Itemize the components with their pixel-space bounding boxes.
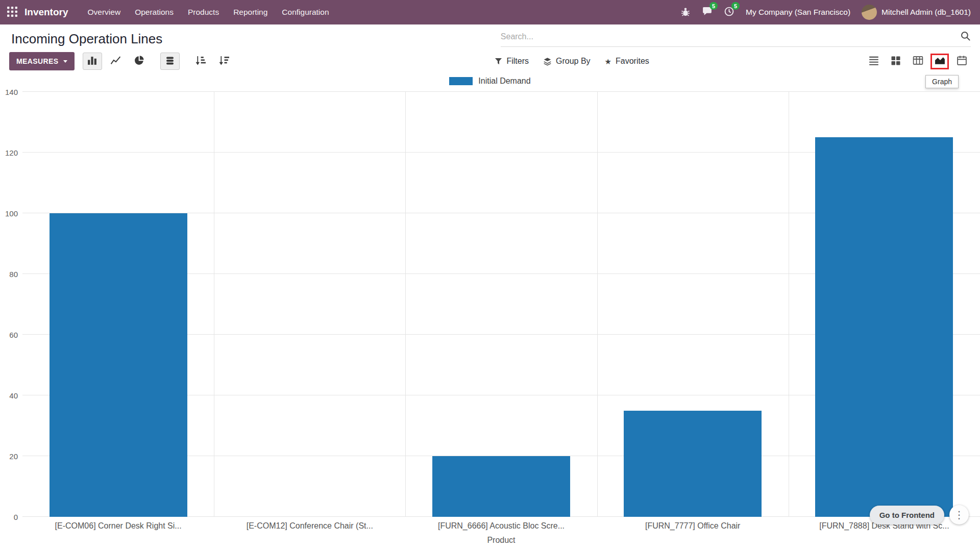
- apps-menu-button[interactable]: [0, 0, 24, 24]
- search-icon: [960, 31, 971, 43]
- pie-chart-mode-button[interactable]: [130, 53, 149, 70]
- x-axis-title: Product: [22, 532, 980, 551]
- kebab-menu-icon: ⋮: [954, 509, 964, 521]
- group-by-label: Group By: [556, 57, 591, 66]
- messages-button[interactable]: 5: [702, 6, 713, 18]
- y-tick-label: 20: [9, 452, 18, 461]
- plot-area: [22, 92, 980, 517]
- legend-swatch: [449, 77, 473, 85]
- list-icon: [868, 55, 879, 68]
- graph-toolbar: MEASURES: [0, 47, 980, 73]
- pivot-table-icon: [913, 55, 923, 67]
- y-tick-label: 120: [5, 148, 18, 157]
- gridline-x-4: [789, 92, 789, 517]
- y-tick-label: 140: [5, 88, 18, 96]
- y-tick-label: 0: [14, 513, 18, 521]
- bug-icon: [680, 7, 691, 18]
- search-bar: [501, 31, 971, 47]
- chevron-down-icon: [63, 60, 67, 63]
- sort-ascending-icon: [195, 55, 206, 67]
- avatar: [862, 5, 877, 20]
- debug-button[interactable]: [680, 7, 691, 18]
- measures-button[interactable]: MEASURES: [9, 52, 75, 70]
- search-facets: Filters Group By ★ Favorites: [495, 57, 649, 66]
- search-input[interactable]: [501, 32, 960, 41]
- top-navbar: Inventory Overview Operations Products R…: [0, 0, 980, 24]
- legend-label: Initial Demand: [478, 77, 530, 86]
- go-to-frontend-button[interactable]: Go to Frontend: [870, 506, 944, 524]
- group-by-button[interactable]: Group By: [543, 57, 591, 66]
- menu-configuration[interactable]: Configuration: [275, 0, 336, 24]
- sort-descending-button[interactable]: [214, 53, 234, 70]
- y-tick-label: 60: [9, 331, 18, 339]
- x-axis-label: [FURN_6666] Acoustic Bloc Scre...: [405, 521, 597, 531]
- filters-label: Filters: [506, 57, 529, 66]
- filter-funnel-icon: [495, 58, 502, 65]
- main-menu: Overview Operations Products Reporting C…: [81, 0, 336, 24]
- menu-overview[interactable]: Overview: [81, 0, 128, 24]
- app-brand[interactable]: Inventory: [24, 7, 68, 18]
- bar-chart-icon: [87, 55, 97, 67]
- line-chart-icon: [110, 55, 121, 67]
- x-axis-label: [E-COM06] Corner Desk Right Si...: [22, 521, 214, 531]
- apps-grid-icon: [7, 7, 17, 18]
- overlay-buttons: Go to Frontend ⋮: [870, 505, 969, 524]
- graph-view-button[interactable]: [930, 54, 949, 69]
- user-menu[interactable]: Mitchell Admin (db_1601): [862, 5, 971, 20]
- favorites-button[interactable]: ★ Favorites: [605, 57, 649, 66]
- y-tick-label: 100: [5, 209, 18, 218]
- gridline-x-1: [214, 92, 214, 517]
- user-name: Mitchell Admin (db_1601): [881, 8, 971, 17]
- pie-chart-icon: [134, 55, 144, 67]
- graph-tooltip: Graph: [925, 75, 959, 88]
- sort-descending-icon: [218, 55, 229, 67]
- layers-icon: [543, 57, 552, 66]
- control-panel-header: Incoming Operation Lines: [0, 24, 980, 47]
- filters-button[interactable]: Filters: [495, 57, 529, 66]
- chart-legend[interactable]: Initial Demand: [0, 73, 980, 92]
- kanban-view-button[interactable]: [887, 54, 905, 69]
- line-chart-mode-button[interactable]: [106, 53, 126, 70]
- messages-badge: 5: [709, 2, 718, 10]
- area-chart-icon: [935, 55, 945, 67]
- favorites-label: Favorites: [616, 57, 649, 66]
- bar-2[interactable]: [432, 456, 570, 517]
- sort-ascending-button[interactable]: [191, 53, 210, 70]
- search-submit-button[interactable]: [960, 31, 971, 43]
- bar-chart: Initial Demand 020406080100120140 [E-COM…: [0, 73, 980, 551]
- kanban-icon: [891, 56, 901, 67]
- navbar-right: 5 5 My Company (San Francisco) Mitchell …: [680, 5, 971, 20]
- bar-0[interactable]: [50, 213, 187, 517]
- y-tick-label: 80: [9, 270, 18, 279]
- x-axis-label: [E-COM12] Conference Chair (St...: [214, 521, 405, 531]
- star-icon: ★: [605, 58, 611, 65]
- bar-3[interactable]: [624, 411, 762, 517]
- list-view-button[interactable]: [865, 54, 883, 69]
- bar-chart-mode-button[interactable]: [83, 53, 102, 70]
- stacked-icon: [165, 56, 175, 67]
- graph-controls: MEASURES: [9, 52, 234, 70]
- x-axis-label: [FURN_7777] Office Chair: [597, 521, 789, 531]
- gridline-x-2: [405, 92, 406, 517]
- calendar-icon: [957, 55, 967, 67]
- activities-button[interactable]: 5: [724, 6, 734, 18]
- measures-label: MEASURES: [16, 57, 59, 65]
- y-axis: 020406080100120140: [0, 92, 22, 517]
- bar-4[interactable]: [815, 137, 953, 517]
- menu-operations[interactable]: Operations: [128, 0, 181, 24]
- menu-products[interactable]: Products: [181, 0, 226, 24]
- calendar-view-button[interactable]: [952, 54, 971, 69]
- toolbar-right: Filters Group By ★ Favorites: [495, 54, 971, 69]
- overlay-kebab-button[interactable]: ⋮: [949, 505, 969, 524]
- company-switcher[interactable]: My Company (San Francisco): [746, 8, 850, 17]
- menu-reporting[interactable]: Reporting: [226, 0, 275, 24]
- chart-body: 020406080100120140: [0, 92, 980, 517]
- pivot-view-button[interactable]: [909, 54, 927, 69]
- page-title: Incoming Operation Lines: [11, 31, 162, 47]
- activities-badge: 5: [731, 2, 740, 10]
- gridline-x-3: [597, 92, 598, 517]
- gridline-y-140: [22, 91, 980, 92]
- stacked-toggle-button[interactable]: [160, 53, 180, 70]
- view-switcher: Graph: [865, 54, 971, 69]
- x-axis-labels: [E-COM06] Corner Desk Right Si...[E-COM1…: [22, 517, 980, 532]
